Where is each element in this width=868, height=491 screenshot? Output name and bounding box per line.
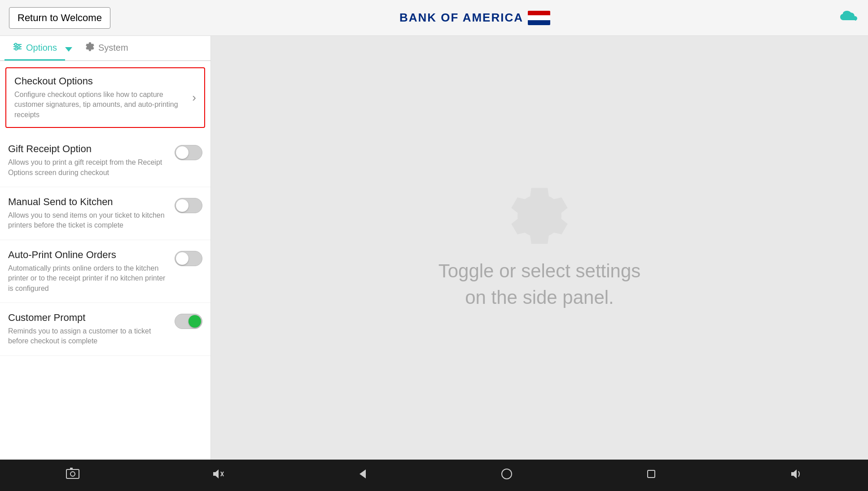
bank-name: BANK OF AMERICA bbox=[399, 11, 523, 25]
cloud-icon bbox=[839, 8, 859, 28]
auto-print-toggle[interactable] bbox=[175, 251, 202, 266]
sidebar: Options System Checko bbox=[0, 36, 211, 460]
top-bar: Return to Welcome BANK OF AMERICA bbox=[0, 0, 868, 36]
android-nav-bar bbox=[0, 460, 868, 491]
tab-options[interactable]: Options bbox=[4, 36, 65, 61]
list-item: Manual Send to Kitchen Allows you to sen… bbox=[0, 187, 210, 240]
chevron-right-icon: › bbox=[192, 91, 196, 105]
svg-marker-12 bbox=[359, 469, 366, 478]
return-to-welcome-button[interactable]: Return to Welcome bbox=[9, 7, 110, 29]
bank-flag-icon bbox=[528, 11, 550, 25]
list-item: Gift Receipt Option Allows you to print … bbox=[0, 134, 210, 187]
auto-print-desc: Automatically prints online orders to th… bbox=[8, 263, 167, 294]
back-icon[interactable] bbox=[355, 467, 369, 484]
manual-send-kitchen-toggle[interactable] bbox=[175, 198, 202, 213]
customer-prompt-toggle[interactable] bbox=[175, 314, 202, 329]
svg-marker-15 bbox=[791, 469, 797, 478]
list-item: Auto-Print Online Orders Automatically p… bbox=[0, 240, 210, 303]
tabs-row: Options System bbox=[0, 36, 210, 61]
manual-send-kitchen-desc: Allows you to send items on your ticket … bbox=[8, 210, 167, 231]
manual-send-kitchen-text: Manual Send to Kitchen Allows you to sen… bbox=[8, 196, 167, 231]
svg-point-7 bbox=[70, 472, 75, 476]
screenshot-icon[interactable] bbox=[65, 466, 80, 485]
settings-list: Checkout Options Configure checkout opti… bbox=[0, 61, 210, 460]
checkout-options-card[interactable]: Checkout Options Configure checkout opti… bbox=[5, 67, 205, 128]
system-icon bbox=[85, 42, 95, 54]
home-icon[interactable] bbox=[500, 467, 514, 484]
right-panel-message: Toggle or select settingson the side pan… bbox=[438, 258, 641, 311]
recents-icon[interactable] bbox=[644, 467, 658, 484]
svg-rect-6 bbox=[66, 469, 79, 478]
svg-rect-8 bbox=[70, 468, 73, 469]
customer-prompt-text: Customer Prompt Reminds you to assign a … bbox=[8, 312, 167, 346]
toggle-knob bbox=[176, 146, 189, 159]
svg-point-5 bbox=[15, 48, 18, 50]
checkout-options-title: Checkout Options bbox=[14, 75, 188, 87]
gift-receipt-title: Gift Receipt Option bbox=[8, 143, 167, 155]
svg-marker-9 bbox=[213, 469, 219, 478]
bank-logo: BANK OF AMERICA bbox=[399, 11, 550, 25]
toggle-knob bbox=[189, 315, 201, 328]
volume-mute-icon[interactable] bbox=[210, 467, 225, 484]
toggle-knob bbox=[176, 199, 189, 212]
checkout-options-content: Checkout Options Configure checkout opti… bbox=[14, 75, 188, 120]
gift-receipt-desc: Allows you to print a gift receipt from … bbox=[8, 158, 167, 178]
volume-icon[interactable] bbox=[789, 467, 803, 484]
auto-print-title: Auto-Print Online Orders bbox=[8, 249, 167, 261]
svg-point-3 bbox=[15, 44, 17, 46]
svg-point-4 bbox=[18, 46, 20, 48]
tab-system[interactable]: System bbox=[77, 36, 136, 61]
manual-send-kitchen-title: Manual Send to Kitchen bbox=[8, 196, 167, 208]
right-panel: Toggle or select settingson the side pan… bbox=[211, 36, 868, 460]
customer-prompt-title: Customer Prompt bbox=[8, 312, 167, 324]
options-icon bbox=[13, 42, 22, 54]
gift-receipt-toggle[interactable] bbox=[175, 145, 202, 160]
main-area: Options System Checko bbox=[0, 36, 868, 460]
tab-options-label: Options bbox=[26, 43, 57, 53]
tab-indicator-arrow bbox=[65, 47, 72, 52]
auto-print-text: Auto-Print Online Orders Automatically p… bbox=[8, 249, 167, 294]
svg-point-13 bbox=[502, 469, 512, 479]
tab-system-label: System bbox=[98, 43, 128, 53]
svg-rect-14 bbox=[648, 470, 655, 478]
list-item: Customer Prompt Reminds you to assign a … bbox=[0, 303, 210, 356]
toggle-knob bbox=[176, 252, 189, 265]
gift-receipt-text: Gift Receipt Option Allows you to print … bbox=[8, 143, 167, 178]
checkout-options-desc: Configure checkout options like how to c… bbox=[14, 90, 188, 120]
customer-prompt-desc: Reminds you to assign a customer to a ti… bbox=[8, 326, 167, 346]
gear-icon-large bbox=[508, 184, 571, 247]
